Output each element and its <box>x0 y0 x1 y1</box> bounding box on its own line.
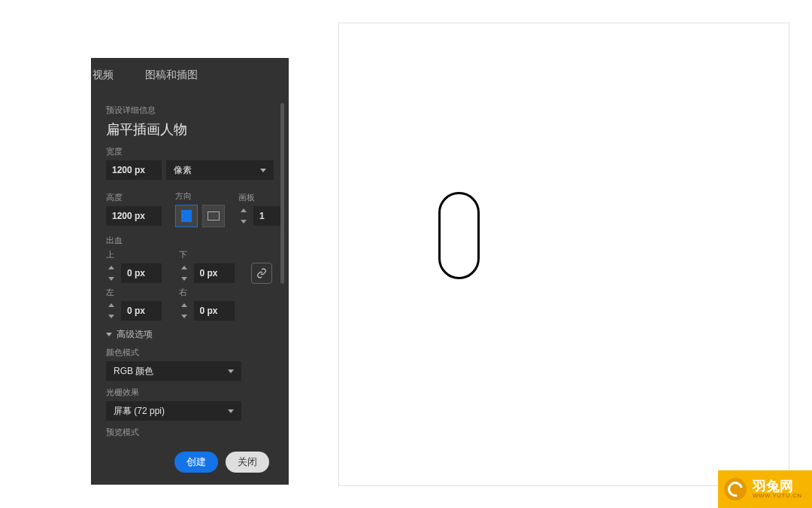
rounded-rect-shape[interactable] <box>438 192 480 279</box>
watermark-url: WWW.YUTU.CN <box>753 493 802 499</box>
height-label: 高度 <box>106 192 162 203</box>
watermark: 羽兔网 WWW.YUTU.CN <box>718 470 812 508</box>
bleed-bottom-label: 下 <box>179 249 247 260</box>
unit-select[interactable]: 像素 <box>166 160 274 180</box>
close-button[interactable]: 关闭 <box>226 452 269 473</box>
rabbit-logo-icon <box>724 478 747 500</box>
create-button[interactable]: 创建 <box>174 452 218 473</box>
height-input[interactable] <box>106 206 162 226</box>
tab-video[interactable]: 视频 <box>92 68 114 82</box>
color-mode-select[interactable]: RGB 颜色 <box>106 361 241 381</box>
artboard-input[interactable] <box>253 206 283 226</box>
bleed-right-spinner[interactable] <box>179 301 189 321</box>
artboard-canvas[interactable]: 外观 填色 描边 3 px 不透明度 100% 粗细： 3 px 端点： <box>338 23 789 486</box>
bleed-left-input[interactable] <box>121 301 162 321</box>
preset-details: 预设详细信息 扁平插画人物 宽度 像素 高度 方向 画板 <box>91 91 289 485</box>
chevron-down-icon <box>260 169 266 172</box>
bleed-left-spinner[interactable] <box>106 301 117 321</box>
watermark-name: 羽兔网 <box>753 479 802 493</box>
bleed-top-spinner[interactable] <box>106 263 117 283</box>
bleed-label: 出血 <box>106 235 274 246</box>
bleed-bottom-input[interactable] <box>194 263 235 283</box>
advanced-label: 高级选项 <box>117 328 153 341</box>
artboard-spinner[interactable] <box>238 206 249 226</box>
bleed-right-input[interactable] <box>194 301 235 321</box>
artboard-label: 画板 <box>238 192 283 203</box>
bleed-right-label: 右 <box>179 287 247 298</box>
scrollbar-thumb[interactable] <box>280 103 284 284</box>
chevron-down-icon <box>228 409 234 413</box>
unit-value: 像素 <box>174 164 192 177</box>
raster-value: 屏幕 (72 ppi) <box>114 405 165 418</box>
chevron-down-icon <box>106 333 112 336</box>
raster-label: 光栅效果 <box>106 387 274 398</box>
bleed-bottom-spinner[interactable] <box>179 263 189 283</box>
preview-mode-label: 预览模式 <box>106 427 274 438</box>
width-input[interactable] <box>106 160 162 180</box>
orientation-label: 方向 <box>175 190 225 202</box>
category-tabs: 视频 图稿和插图 <box>91 58 289 91</box>
advanced-toggle[interactable]: 高级选项 <box>106 328 274 341</box>
link-bleed-icon[interactable] <box>251 263 272 284</box>
color-mode-label: 颜色模式 <box>106 347 274 358</box>
orientation-portrait[interactable] <box>175 205 198 227</box>
bleed-top-label: 上 <box>106 249 174 260</box>
orientation-landscape[interactable] <box>202 205 225 227</box>
width-label: 宽度 <box>106 146 274 157</box>
color-mode-value: RGB 颜色 <box>114 365 153 378</box>
chevron-down-icon <box>228 370 234 373</box>
bleed-top-input[interactable] <box>121 263 162 283</box>
preset-name[interactable]: 扁平插画人物 <box>106 120 274 138</box>
tab-illustration[interactable]: 图稿和插图 <box>145 68 198 82</box>
new-document-panel: 视频 图稿和插图 预设详细信息 扁平插画人物 宽度 像素 高度 方向 <box>91 58 289 449</box>
bleed-left-label: 左 <box>106 287 174 298</box>
preset-detail-label: 预设详细信息 <box>106 105 274 116</box>
raster-select[interactable]: 屏幕 (72 ppi) <box>106 401 241 421</box>
